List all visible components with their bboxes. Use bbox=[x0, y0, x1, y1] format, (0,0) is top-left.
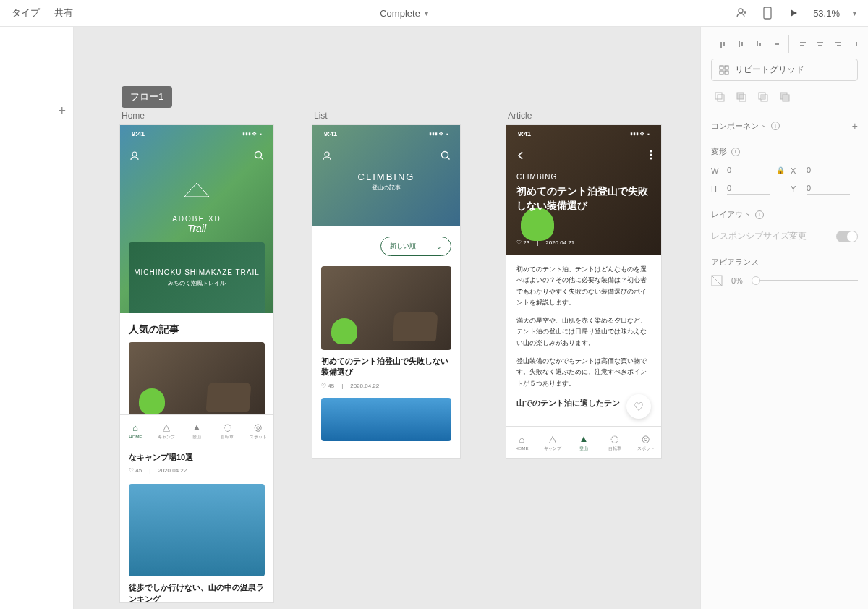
search-icon[interactable] bbox=[440, 150, 451, 161]
h-label: H bbox=[711, 184, 721, 193]
article-title: なキャンプ場10選 bbox=[129, 452, 265, 463]
nav-camp[interactable]: △キャンプ bbox=[150, 415, 181, 446]
components-label: コンポーネント bbox=[711, 121, 767, 132]
opacity-slider[interactable] bbox=[752, 280, 858, 281]
nav-climb[interactable]: ▲登山 bbox=[569, 427, 600, 458]
responsive-toggle[interactable] bbox=[836, 231, 858, 242]
invite-icon[interactable] bbox=[735, 7, 748, 20]
w-input[interactable] bbox=[727, 164, 770, 176]
grid-icon bbox=[719, 65, 729, 75]
nav-spot[interactable]: ◎スポット bbox=[630, 427, 661, 458]
svg-point-17 bbox=[255, 152, 262, 158]
hy-row: H Y bbox=[711, 182, 858, 195]
svg-point-16 bbox=[132, 152, 137, 156]
sort-label: 新しい順 bbox=[390, 242, 416, 251]
paragraph: 登山装備のなかでもテントは高価な買い物です。失敗なく選ぶために、注意すべきポイン… bbox=[516, 356, 651, 389]
camp-icon: △ bbox=[163, 422, 170, 433]
paragraph: 満天の星空や、山肌を赤く染める夕日など、テント泊の登山には日帰り登山では味わえな… bbox=[516, 315, 651, 349]
article-hero: CLIMBING 初めてのテント泊登山で失敗しない装備選び ♡ 23 | 202… bbox=[506, 125, 661, 255]
climb-icon: ▲ bbox=[192, 422, 202, 433]
climb-icon: ▲ bbox=[579, 433, 589, 444]
doc-title-dropdown[interactable]: Complete ▾ bbox=[73, 8, 735, 19]
heart-icon: ♡ bbox=[634, 400, 644, 414]
artboard-label-list[interactable]: List bbox=[314, 111, 328, 121]
play-icon[interactable] bbox=[787, 7, 800, 20]
statusbar: 9:41 ▮▮▮ ᯤ ▪ bbox=[312, 125, 460, 142]
align-vcenter-icon[interactable] bbox=[732, 35, 749, 53]
artboard-home[interactable]: 9:41 ▮▮▮ ᯤ ▪ ADOBE XD Trail 旅と道を楽しむ情報マガジ… bbox=[120, 125, 273, 602]
camp-icon: △ bbox=[549, 433, 556, 444]
list-card[interactable] bbox=[321, 398, 451, 441]
align-top-icon[interactable] bbox=[714, 35, 731, 53]
info-icon[interactable]: i bbox=[755, 210, 764, 219]
user-icon[interactable] bbox=[129, 150, 140, 161]
svg-point-18 bbox=[325, 152, 329, 156]
featured-card[interactable]: MICHINOKU SHIMAKAZE TRAIL みちのく潮風トレイル bbox=[129, 242, 265, 313]
canvas[interactable]: フロー1 Home List Article 9:41 ▮▮▮ ᯤ ▪ ADOB… bbox=[74, 27, 700, 609]
home-icon: ⌂ bbox=[132, 422, 138, 433]
card-thumb bbox=[321, 266, 451, 350]
nav-home[interactable]: ⌂HOME bbox=[506, 427, 537, 458]
user-icon[interactable] bbox=[321, 150, 333, 161]
add-component-icon[interactable]: + bbox=[852, 120, 858, 132]
bike-icon: ◌ bbox=[610, 433, 618, 444]
article-category: CLIMBING bbox=[516, 173, 557, 181]
nav-spot[interactable]: ◎スポット bbox=[243, 415, 273, 446]
artboard-label-article[interactable]: Article bbox=[508, 111, 532, 121]
lock-icon[interactable]: 🔒 bbox=[776, 166, 785, 174]
repeat-grid-button[interactable]: リピートグリッド bbox=[711, 59, 858, 81]
chevron-down-icon: ⌄ bbox=[436, 243, 442, 250]
appearance-label: アピアランス bbox=[711, 257, 759, 268]
left-panel: + bbox=[0, 27, 74, 609]
distribute-v-icon[interactable] bbox=[768, 35, 786, 53]
device-preview-icon[interactable] bbox=[761, 7, 774, 20]
h-input[interactable] bbox=[727, 182, 770, 195]
article-card[interactable] bbox=[129, 342, 265, 420]
appearance-header: アピアランス bbox=[711, 257, 858, 268]
nav-bike[interactable]: ◌自転車 bbox=[599, 427, 630, 458]
exclude-icon[interactable] bbox=[776, 88, 793, 106]
list-card[interactable]: 初めてのテント泊登山で失敗しない装備選び ♡ 45 | 2020.04.22 bbox=[321, 266, 451, 389]
section-popular: 人気の記事 bbox=[120, 313, 273, 342]
transform-header: 変形 i bbox=[711, 146, 858, 157]
search-icon[interactable] bbox=[253, 150, 265, 161]
artboard-list[interactable]: 9:41 ▮▮▮ ᯤ ▪ CLIMBING 登山の記事 新しい順 ⌄ 初めてのテ… bbox=[312, 125, 460, 458]
artboard-label-home[interactable]: Home bbox=[122, 111, 145, 121]
flow-badge[interactable]: フロー1 bbox=[122, 86, 172, 108]
info-icon[interactable]: i bbox=[771, 122, 780, 130]
zoom-chevron-icon[interactable]: ▾ bbox=[853, 9, 856, 17]
svg-point-19 bbox=[442, 152, 448, 158]
sort-dropdown[interactable]: 新しい順 ⌄ bbox=[380, 237, 451, 256]
artboard-article[interactable]: 9:41 ▮▮▮ ᯤ ▪ CLIMBING 初めてのテント泊登山で失敗しない装備… bbox=[506, 125, 661, 458]
more-icon[interactable] bbox=[650, 150, 652, 160]
menu-share[interactable]: 共有 bbox=[54, 7, 73, 20]
info-icon[interactable]: i bbox=[731, 148, 740, 156]
nav-home[interactable]: ⌂HOME bbox=[120, 415, 150, 446]
menu-prototype[interactable]: タイプ bbox=[12, 7, 40, 20]
x-input[interactable] bbox=[807, 164, 850, 176]
hero-logo-mid: Trail bbox=[187, 223, 206, 234]
home-hero: ADOBE XD Trail 旅と道を楽しむ情報マガジン MICHINOKU S… bbox=[120, 125, 273, 313]
union-icon[interactable] bbox=[711, 88, 728, 106]
intersect-icon[interactable] bbox=[754, 88, 772, 106]
nav-climb[interactable]: ▲登山 bbox=[182, 415, 212, 446]
align-right-icon[interactable] bbox=[830, 35, 847, 53]
zoom-level[interactable]: 53.1% bbox=[813, 8, 840, 19]
distribute-h-icon[interactable] bbox=[848, 35, 865, 53]
bike-icon: ◌ bbox=[224, 422, 231, 433]
subtract-icon[interactable] bbox=[733, 88, 750, 106]
nav-bike[interactable]: ◌自転車 bbox=[212, 415, 242, 446]
back-icon[interactable] bbox=[515, 150, 527, 161]
align-left-icon[interactable] bbox=[793, 35, 811, 53]
article-card[interactable]: 徒歩でしか行けない、山の中の温泉ランキング bbox=[129, 484, 265, 602]
article-title: 徒歩でしか行けない、山の中の温泉ランキング bbox=[129, 582, 265, 602]
article-card[interactable]: なキャンプ場10選 ♡ 45 | 2020.04.22 bbox=[129, 452, 265, 474]
favorite-button[interactable]: ♡ bbox=[626, 394, 651, 419]
nav-camp[interactable]: △キャンプ bbox=[537, 427, 569, 458]
svg-rect-1 bbox=[764, 7, 771, 19]
y-input[interactable] bbox=[807, 182, 850, 195]
align-bottom-icon[interactable] bbox=[750, 35, 767, 53]
add-icon[interactable]: + bbox=[58, 103, 66, 119]
svg-point-22 bbox=[650, 158, 652, 160]
align-hcenter-icon[interactable] bbox=[812, 35, 829, 53]
